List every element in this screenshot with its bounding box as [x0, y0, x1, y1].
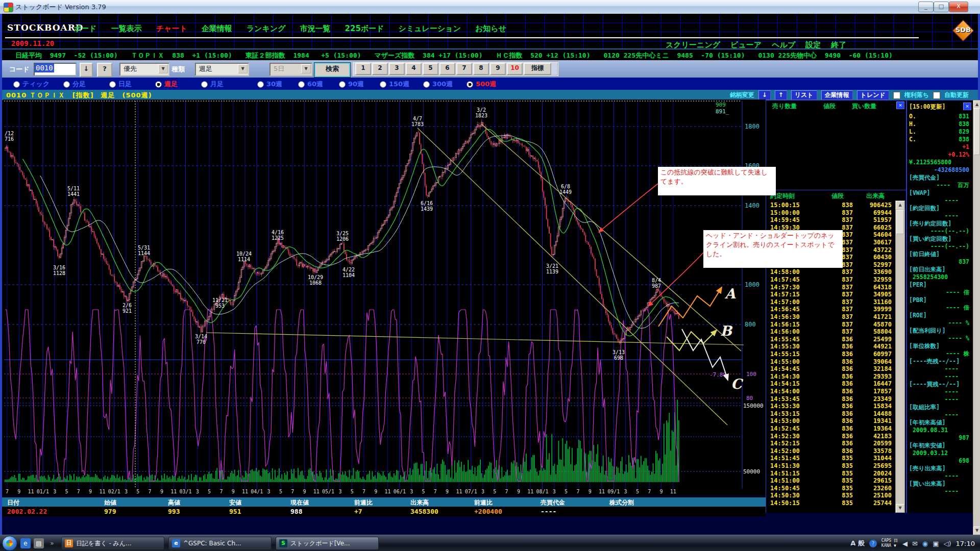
tape-row[interactable]: 14:50:1583525744 [766, 499, 894, 507]
code-input[interactable]: 0010 [34, 63, 77, 76]
taskbar-clock[interactable]: 17:10 [956, 540, 975, 547]
company-info-button[interactable]: 企業情報 [821, 90, 853, 100]
tape-row[interactable]: 14:53:1583614488 [766, 410, 894, 418]
tape-row[interactable]: 14:52:3083642183 [766, 433, 894, 440]
indicator-button[interactable]: 指標 [524, 63, 551, 75]
priority-dropdown[interactable]: 優先▼ [119, 63, 169, 76]
tape-row[interactable]: 14:55:0083639064 [766, 358, 894, 366]
period-radio-分足[interactable]: 分足 [63, 80, 86, 89]
tape-scroll-thumb[interactable] [896, 210, 904, 234]
range-radio-60週[interactable]: 60週 [298, 80, 323, 89]
start-button[interactable] [2, 536, 17, 551]
menu-item-7[interactable]: シミュレーション [399, 24, 461, 34]
tape-row[interactable]: 14:55:4583625499 [766, 336, 894, 343]
page-button-8[interactable]: 8 [473, 63, 489, 75]
search-button[interactable]: 検索 [314, 63, 350, 77]
menu-item-6[interactable]: 225ボード [345, 24, 384, 34]
range-radio-90週[interactable]: 90週 [339, 80, 364, 89]
task-button-1[interactable]: e^GSPC: Basic Ch... [168, 537, 272, 550]
window-scrollbar[interactable]: ▲ ▼ [973, 100, 980, 536]
window-scroll-thumb[interactable] [974, 108, 980, 155]
menu-item-4[interactable]: ランキング [247, 24, 286, 34]
scroll-down-icon[interactable]: ▼ [973, 527, 980, 535]
tape-row[interactable]: 14:57:3083764318 [766, 284, 894, 291]
quick-launch-overflow-icon[interactable]: » [47, 538, 57, 548]
ime-mode[interactable]: A 般 [850, 539, 865, 548]
code-down-button[interactable]: ↓ [80, 63, 93, 77]
maximize-button[interactable]: □ [934, 2, 949, 12]
scroll-up-icon[interactable]: ▲ [896, 201, 904, 210]
range-radio-150週[interactable]: 150週 [380, 80, 409, 89]
menu-item-3[interactable]: 企業情報 [202, 24, 232, 34]
tape-row[interactable]: 14:54:3083629393 [766, 373, 894, 381]
menu-item-2[interactable]: チャート [156, 24, 187, 34]
tape-row[interactable]: 14:53:3083615834 [766, 403, 894, 410]
task-button-0[interactable]: 日日記を書く - みん... [61, 537, 164, 550]
period-radio-月足[interactable]: 月足 [201, 80, 224, 89]
kind-dropdown[interactable]: 週足▼ [195, 63, 249, 76]
period-radio-週足[interactable]: 週足 [155, 80, 178, 89]
tape-row[interactable]: 14:51:0083529615 [766, 477, 894, 485]
tape-row[interactable]: 14:50:3083525100 [766, 492, 894, 499]
page-button-2[interactable]: 2 [372, 63, 388, 75]
page-button-1[interactable]: 1 [355, 63, 371, 75]
tape-row[interactable]: 14:52:4583619364 [766, 425, 894, 433]
quick-launch-browser-icon[interactable]: e [20, 538, 31, 548]
range-radio-30週[interactable]: 30週 [257, 80, 282, 89]
menu-item-8[interactable]: お知らせ [475, 24, 506, 34]
close-button[interactable]: X [949, 2, 968, 12]
chevron-down-icon[interactable]: ▼ [238, 64, 248, 73]
page-button-5[interactable]: 5 [423, 63, 438, 75]
page-button-10[interactable]: 10 [507, 63, 523, 75]
list-button[interactable]: リスト [791, 90, 817, 100]
tape-row[interactable]: 15:00:15838906425 [766, 202, 894, 209]
close-icon[interactable]: × [963, 103, 971, 110]
tape-row[interactable]: 14:51:4583531044 [766, 455, 894, 462]
volume-tray-icon[interactable]: ◁) [943, 540, 951, 547]
task-button-2[interactable]: Sストックボード[Ve... [276, 537, 379, 550]
minimize-button[interactable]: _ [918, 2, 934, 12]
range-radio-300週[interactable]: 300週 [423, 80, 453, 89]
period-radio-日足[interactable]: 日足 [109, 80, 132, 89]
tape-row[interactable]: 14:54:4583632184 [766, 365, 894, 373]
help-tray-icon[interactable]: ? [869, 540, 877, 547]
tape-row[interactable]: 14:57:1583734905 [766, 291, 894, 298]
symbol-up-button[interactable]: ↑ [775, 90, 787, 100]
tape-row[interactable]: 14:54:1583616447 [766, 380, 894, 388]
tape-row[interactable]: 14:58:0083733690 [766, 268, 894, 276]
tape-row[interactable]: 14:51:3083525695 [766, 462, 894, 470]
price-chart-canvas[interactable]: 180016001400100080010080-7.8915000050000… [3, 99, 766, 495]
tape-row[interactable]: 14:56:0083758804 [766, 328, 894, 336]
menu-item-5[interactable]: 市況一覧 [300, 24, 331, 34]
tape-row[interactable]: 14:56:4583739999 [766, 306, 894, 313]
tape-row[interactable]: 14:56:1583745870 [766, 321, 894, 329]
tape-row[interactable]: 14:52:1583620599 [766, 440, 894, 447]
tape-row[interactable]: 14:55:3083644921 [766, 343, 894, 350]
auto-update-checkbox[interactable] [933, 92, 940, 99]
page-button-3[interactable]: 3 [389, 63, 405, 75]
ex-rights-checkbox[interactable] [893, 92, 900, 99]
page-button-7[interactable]: 7 [456, 63, 472, 75]
page-button-9[interactable]: 9 [490, 63, 506, 75]
security-tray-icon[interactable]: ◉ [922, 540, 928, 547]
tape-row[interactable]: 14:51:1583520024 [766, 470, 894, 478]
tape-row[interactable]: 14:59:4583751957 [766, 216, 894, 224]
tray-collapse-icon[interactable]: ◀ [902, 540, 908, 547]
chart-annotation-0[interactable]: この抵抗線の突破に難航して失速してます。 [658, 167, 776, 195]
page-button-6[interactable]: 6 [439, 63, 455, 75]
mail-tray-icon[interactable]: ✉ [912, 540, 918, 547]
tape-row[interactable]: 14:50:4583523260 [766, 485, 894, 492]
period-radio-ティック[interactable]: ティック [13, 80, 50, 89]
tape-row[interactable]: 14:54:0083617857 [766, 388, 894, 395]
tape-row[interactable]: 14:53:0083619341 [766, 417, 894, 425]
close-icon[interactable]: × [896, 102, 904, 109]
chart-annotation-1[interactable]: ヘッド・アンド・ショルダートップのネックライン割れ。売りのスイートスポットでした… [703, 230, 843, 268]
tape-scrollbar[interactable]: ▲ ▼ [895, 201, 905, 513]
symbol-down-button[interactable]: ↓ [758, 90, 771, 100]
menu-item-0[interactable]: ボード [74, 24, 97, 34]
tape-row[interactable]: 14:57:4583732959 [766, 276, 894, 284]
tape-row[interactable]: 14:53:4583623349 [766, 395, 894, 403]
scroll-down-icon[interactable]: ▼ [896, 504, 904, 513]
menu-item-1[interactable]: 一覧表示 [111, 24, 142, 34]
trend-button[interactable]: トレンド [857, 90, 889, 100]
